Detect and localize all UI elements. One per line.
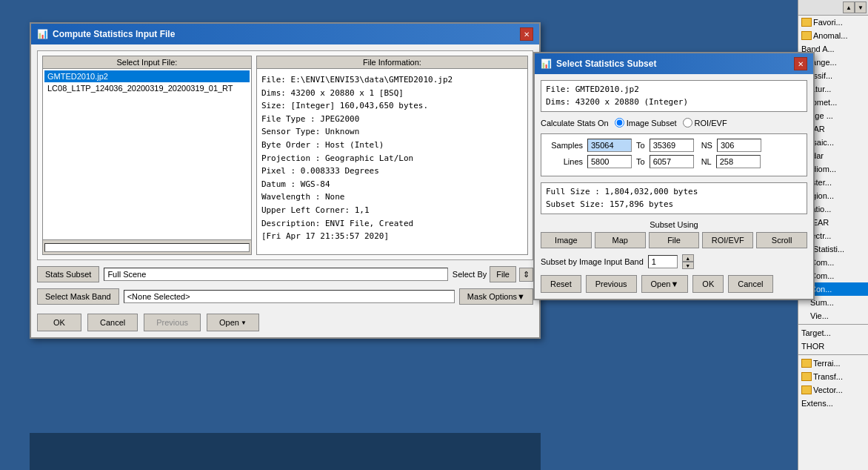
sidebar-item-anomaly[interactable]: Anomal...: [798, 29, 868, 42]
file-list: GMTED2010.jp2 LC08_L1TP_124036_20200319_…: [43, 69, 251, 239]
file-info-panel: File Information: File: E:\ENVI\ENVI53\d…: [256, 56, 528, 255]
samples-row: Samples To NS: [546, 139, 802, 152]
samples-lines-grid: Samples To NS Lines To NL: [541, 133, 807, 176]
nl-label: NL: [701, 157, 712, 166]
stats-subset-input[interactable]: [104, 268, 447, 281]
subset-cancel-btn[interactable]: Cancel: [728, 275, 772, 293]
main-dialog-close[interactable]: ✕: [520, 27, 533, 41]
ns-input[interactable]: [717, 139, 761, 152]
info-created: [Fri Apr 17 21:35:57 2020]: [261, 230, 523, 243]
sidebar-item-favorites[interactable]: Favori...: [798, 16, 868, 29]
sidebar-item-extens[interactable]: Extens...: [798, 397, 868, 410]
sidebar-item-transf[interactable]: Transf...: [798, 370, 868, 383]
lines-from-input[interactable]: [587, 155, 632, 168]
lines-to-input[interactable]: [650, 155, 694, 168]
info-byteorder: Byte Order : Host (Intel): [261, 139, 523, 152]
samples-to-input[interactable]: [650, 139, 694, 152]
info-projection: Projection : Geographic Lat/Lon: [261, 152, 523, 165]
sidebar-item-vector[interactable]: Vector...: [798, 383, 868, 397]
sidebar-down-btn[interactable]: ▼: [855, 1, 867, 13]
select-by-file-button[interactable]: File: [490, 266, 516, 282]
subset-ok-btn[interactable]: OK: [692, 275, 724, 293]
sidebar-top-controls: ▲ ▼: [798, 0, 868, 16]
subset-open-btn[interactable]: Open▼: [641, 275, 689, 293]
calculate-stats-row: Calculate Stats On Image Subset ROI/EVF: [541, 118, 807, 128]
ns-label: NS: [701, 141, 712, 150]
subset-file-line: File: GMTED2010.jp2: [546, 84, 802, 96]
subset-dialog-close[interactable]: ✕: [794, 57, 807, 70]
radio-roi-option: ROI/EVF: [683, 118, 727, 128]
band-label: Subset by Image Input Band: [541, 257, 644, 266]
info-description: Description: ENVI File, Created: [261, 217, 523, 231]
band-input-row: Subset by Image Input Band ▲ ▼: [541, 254, 807, 269]
radio-image-label: Image Subset: [627, 119, 677, 128]
subset-file-btn[interactable]: File: [649, 232, 700, 248]
subset-image-btn[interactable]: Image: [541, 232, 592, 248]
stats-subset-row: Stats Subset Select By File ⇕: [37, 266, 533, 282]
main-dialog: 📊 Compute Statistics Input File ✕ Select…: [30, 22, 541, 339]
lines-row: Lines To NL: [546, 155, 802, 168]
samples-from-input[interactable]: [587, 139, 632, 152]
open-button[interactable]: Open ▼: [207, 314, 259, 331]
sidebar-item-target[interactable]: Target...: [798, 326, 868, 340]
open-dropdown-arrow: ▼: [241, 320, 247, 326]
folder-icon: [801, 372, 812, 381]
radio-image-option: Image Subset: [615, 118, 677, 128]
ok-button[interactable]: OK: [37, 314, 81, 331]
bg-bottom: [30, 433, 541, 470]
subset-using-section: Subset Using Image Map File ROI/EVF Scro…: [541, 220, 807, 248]
select-input-header: Select Input File:: [43, 56, 251, 69]
info-dims: Dims: 43200 x 20880 x 1 [BSQ]: [261, 87, 523, 100]
subset-file-info: File: GMTED2010.jp2 Dims: 43200 x 20880 …: [541, 80, 807, 112]
sidebar-item-thor[interactable]: THOR: [798, 340, 868, 353]
select-by-row: Select By File ⇕: [453, 266, 533, 282]
lines-to-label: To: [636, 157, 645, 166]
sidebar-up-btn[interactable]: ▲: [843, 1, 855, 13]
info-sensor: Sensor Type: Unknown: [261, 125, 523, 139]
main-dialog-title: Compute Statistics Input File: [53, 29, 175, 39]
sidebar-item-vie[interactable]: Vie...: [798, 309, 868, 322]
file-info-header: File Information:: [257, 56, 527, 69]
lines-label: Lines: [546, 157, 583, 166]
previous-button[interactable]: Previous: [144, 314, 201, 331]
subset-previous-btn[interactable]: Previous: [586, 275, 637, 293]
file-item-2[interactable]: LC08_L1TP_124036_20200319_20200319_01_RT: [44, 82, 250, 94]
info-size: Size: [Integer] 160,043,650 bytes.: [261, 99, 523, 113]
band-spinner: ▲ ▼: [682, 254, 694, 269]
band-up-btn[interactable]: ▲: [682, 254, 694, 262]
folder-icon: [801, 385, 812, 394]
select-by-arrows-button[interactable]: ⇕: [519, 268, 533, 282]
subset-dialog: 📊 Select Statistics Subset ✕ File: GMTED…: [533, 52, 815, 300]
subset-reset-btn[interactable]: Reset: [541, 275, 581, 293]
subset-map-btn[interactable]: Map: [595, 232, 646, 248]
file-item-1[interactable]: GMTED2010.jp2: [44, 70, 250, 82]
main-dialog-titlebar: 📊 Compute Statistics Input File ✕: [31, 24, 539, 44]
select-mask-band-button[interactable]: Select Mask Band: [37, 288, 119, 305]
radio-roi-evf[interactable]: [683, 118, 692, 128]
subset-using-buttons: Image Map File ROI/EVF Scroll: [541, 232, 807, 248]
subset-roi-btn[interactable]: ROI/EVF: [702, 232, 753, 248]
info-pixel: Pixel : 0.008333 Degrees: [261, 165, 523, 178]
calculate-label: Calculate Stats On: [541, 119, 609, 128]
two-panel: Select Input File: GMTED2010.jp2 LC08_L1…: [37, 50, 533, 260]
folder-icon: [801, 359, 812, 368]
cancel-button[interactable]: Cancel: [87, 314, 138, 331]
mask-options-button[interactable]: Mask Options▼: [459, 288, 533, 305]
band-value-input[interactable]: [648, 255, 678, 268]
horizontal-scrollbar-area: [43, 239, 251, 254]
mask-band-input[interactable]: [124, 290, 455, 303]
file-info-text: File: E:\ENVI\ENVI53\data\GMTED2010.jp2 …: [257, 69, 527, 248]
band-down-btn[interactable]: ▼: [682, 262, 694, 269]
subset-dialog-title: Select Statistics Subset: [556, 59, 656, 69]
stats-subset-button[interactable]: Stats Subset: [37, 266, 99, 282]
folder-icon: [801, 18, 812, 27]
subset-dialog-titlebar: 📊 Select Statistics Subset ✕: [535, 53, 813, 74]
subset-using-title: Subset Using: [541, 220, 807, 229]
subset-scroll-btn[interactable]: Scroll: [756, 232, 807, 248]
sidebar-item-terrain[interactable]: Terrai...: [798, 357, 868, 370]
horizontal-scrollbar[interactable]: [44, 243, 250, 252]
radio-image-subset[interactable]: [615, 118, 624, 128]
info-wavelength: Wavelength : None: [261, 191, 523, 204]
select-by-label: Select By: [453, 270, 487, 279]
nl-input[interactable]: [716, 155, 761, 168]
